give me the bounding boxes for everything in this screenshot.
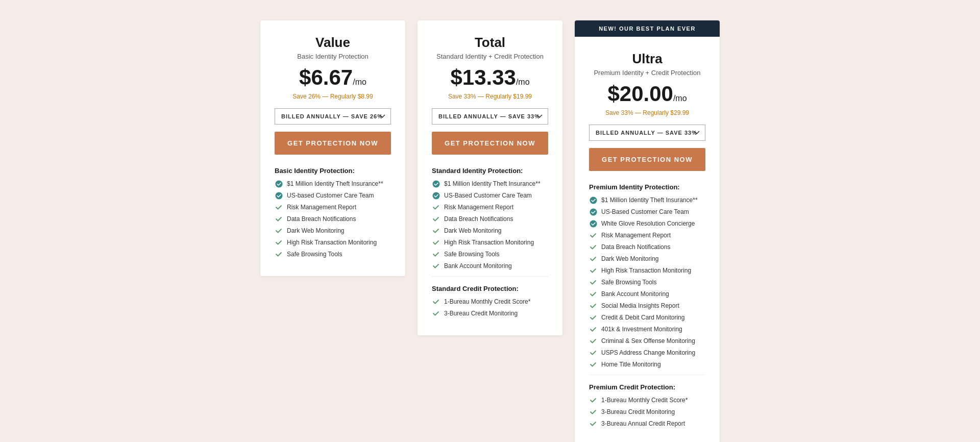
plan-period-total: /mo [516, 78, 530, 86]
feature-text: Criminal & Sex Offense Monitoring [601, 337, 695, 345]
feature-item: 3-Bureau Credit Monitoring [589, 408, 705, 416]
check-icon [432, 227, 440, 235]
plan-card-total: TotalStandard Identity + Credit Protecti… [418, 20, 562, 335]
plan-price-ultra: $20.00/mo [589, 82, 705, 106]
check-icon [589, 420, 597, 428]
feature-item: Credit & Debit Card Monitoring [589, 313, 705, 322]
shield-icon [275, 191, 283, 200]
feature-text: 401k & Investment Monitoring [601, 326, 682, 333]
shield-icon [589, 196, 597, 204]
shield-icon [432, 180, 440, 188]
check-icon [432, 238, 440, 247]
feature-item: Criminal & Sex Offense Monitoring [589, 337, 705, 345]
feature-item: $1 Million Identity Theft Insurance** [275, 180, 391, 188]
plan-price-value: $6.67/mo [275, 65, 391, 90]
svg-point-4 [590, 197, 597, 204]
svg-point-3 [432, 192, 439, 199]
billing-dropdown-total[interactable]: BILLED ANNUALLY — SAVE 33% [432, 108, 548, 125]
feature-item: US-Based Customer Care Team [589, 208, 705, 216]
feature-text: Data Breach Notifications [287, 215, 356, 223]
feature-text: USPS Address Change Monitoring [601, 349, 695, 356]
check-icon [589, 337, 597, 345]
plan-price-total: $13.33/mo [432, 65, 548, 90]
plan-subtitle-value: Basic Identity Protection [275, 53, 391, 60]
plan-name-value: Value [275, 35, 391, 51]
feature-item: Data Breach Notifications [589, 243, 705, 251]
plan-period-value: /mo [353, 78, 366, 86]
feature-item: Bank Account Monitoring [589, 290, 705, 298]
feature-item: High Risk Transaction Monitoring [275, 238, 391, 247]
feature-text: US-based Customer Care Team [287, 192, 374, 199]
feature-item: Safe Browsing Tools [432, 250, 548, 258]
feature-item: $1 Million Identity Theft Insurance** [432, 180, 548, 188]
divider-ultra-1 [589, 375, 705, 375]
feature-text: Data Breach Notifications [444, 215, 513, 223]
feature-text: Social Media Insights Report [601, 302, 679, 309]
check-icon [589, 255, 597, 263]
check-icon [432, 298, 440, 306]
features-group-title-total-1: Standard Credit Protection: [432, 285, 548, 292]
cta-button-value[interactable]: GET PROTECTION NOW [275, 132, 391, 155]
check-icon [589, 231, 597, 239]
billing-dropdown-ultra[interactable]: BILLED ANNUALLY — SAVE 33% [589, 125, 705, 141]
feature-text: $1 Million Identity Theft Insurance** [287, 180, 383, 187]
feature-text: Risk Management Report [287, 204, 356, 211]
check-icon [432, 203, 440, 211]
feature-text: Bank Account Monitoring [444, 262, 512, 269]
billing-dropdown-value[interactable]: BILLED ANNUALLY — SAVE 26% [275, 108, 391, 125]
divider-total-1 [432, 276, 548, 277]
feature-text: High Risk Transaction Monitoring [601, 267, 691, 274]
plan-card-value: ValueBasic Identity Protection $6.67/mo … [260, 20, 405, 276]
check-icon [275, 227, 283, 235]
feature-item: Data Breach Notifications [432, 215, 548, 223]
feature-item: USPS Address Change Monitoring [589, 349, 705, 357]
plan-name-ultra: Ultra [589, 51, 705, 67]
feature-text: 3-Bureau Annual Credit Report [601, 420, 685, 427]
feature-item: Home Title Monitoring [589, 360, 705, 369]
feature-text: Bank Account Monitoring [601, 290, 669, 298]
feature-item: 1-Bureau Monthly Credit Score* [589, 396, 705, 404]
check-icon [275, 238, 283, 247]
feature-text: Data Breach Notifications [601, 243, 670, 251]
check-icon [589, 290, 597, 298]
check-icon [432, 250, 440, 258]
check-icon [589, 278, 597, 286]
plan-savings-value: Save 26% — Regularly $8.99 [275, 93, 391, 100]
plan-savings-ultra: Save 33% — Regularly $29.99 [589, 109, 705, 116]
features-section-ultra: Premium Identity Protection: $1 Million … [589, 183, 705, 428]
plan-amount-total: $13.33 [450, 65, 516, 89]
check-icon [275, 203, 283, 211]
cta-button-ultra[interactable]: GET PROTECTION NOW [589, 148, 705, 171]
plan-amount-value: $6.67 [299, 65, 353, 89]
feature-text: Safe Browsing Tools [601, 279, 657, 286]
cta-button-total[interactable]: GET PROTECTION NOW [432, 132, 548, 155]
feature-item: Dark Web Monitoring [432, 227, 548, 235]
check-icon [275, 250, 283, 258]
feature-item: High Risk Transaction Monitoring [589, 266, 705, 275]
feature-text: Home Title Monitoring [601, 361, 661, 368]
feature-text: High Risk Transaction Monitoring [287, 239, 377, 246]
plan-period-ultra: /mo [673, 94, 687, 103]
feature-item: 3-Bureau Annual Credit Report [589, 420, 705, 428]
plan-card-ultra: NEW! OUR BEST PLAN EVERUltraPremium Iden… [575, 20, 720, 442]
check-icon [589, 408, 597, 416]
feature-item: White Glove Resolution Concierge [589, 219, 705, 228]
feature-text: $1 Million Identity Theft Insurance** [601, 197, 698, 204]
features-group-title-ultra-1: Premium Credit Protection: [589, 383, 705, 391]
svg-point-6 [590, 220, 597, 227]
feature-text: 3-Bureau Credit Monitoring [444, 310, 518, 317]
features-group-title-ultra-0: Premium Identity Protection: [589, 183, 705, 191]
feature-item: Safe Browsing Tools [589, 278, 705, 286]
feature-item: 3-Bureau Credit Monitoring [432, 309, 548, 317]
feature-item: Dark Web Monitoring [275, 227, 391, 235]
feature-text: 3-Bureau Credit Monitoring [601, 408, 675, 415]
feature-text: US-Based Customer Care Team [444, 192, 532, 199]
feature-item: 401k & Investment Monitoring [589, 325, 705, 333]
check-icon [432, 215, 440, 223]
feature-item: Risk Management Report [275, 203, 391, 211]
feature-item: US-Based Customer Care Team [432, 191, 548, 200]
shield-icon [432, 191, 440, 200]
feature-item: Safe Browsing Tools [275, 250, 391, 258]
feature-text: Dark Web Monitoring [601, 255, 659, 262]
plan-amount-ultra: $20.00 [607, 82, 673, 106]
